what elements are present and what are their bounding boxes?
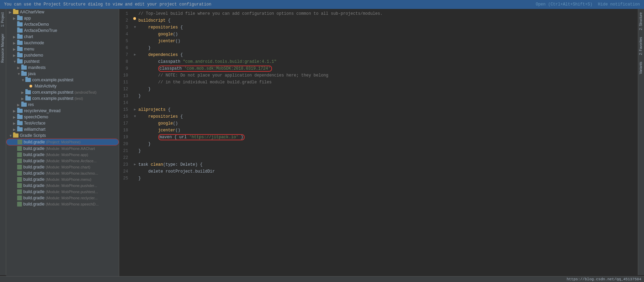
sidebar-item-label: build.gradle (Module: MobPhone.chart): [23, 165, 90, 169]
breakpoint-indicator: [133, 17, 136, 20]
folder-icon: [17, 22, 23, 26]
sidebar-item-build-gradle-pushtest[interactable]: build.gradle (Module: MobPhone.pushtest.…: [6, 189, 119, 195]
line-code: google(): [138, 31, 638, 38]
expand-arrow: ▶: [21, 97, 25, 101]
sidebar-item-build-gradle-menu[interactable]: build.gradle (Module: MobPhone.menu): [6, 176, 119, 183]
sidebar-item-label: com.example.pushtest: [32, 78, 73, 82]
sidebar-item-label: res: [28, 102, 34, 107]
sidebar-item-pushtest-test[interactable]: ▶ com.example.pushtest (test): [6, 95, 119, 102]
code-line-2: 2 buildscript {: [119, 17, 638, 24]
right-edge-tabs: 2: Structure 2: Favorites Variants: [638, 9, 644, 275]
code-content[interactable]: 1 // Top-level build file where you can …: [119, 9, 638, 276]
open-project-structure-link[interactable]: Open (Ctrl+Alt+Shift+S): [536, 2, 593, 7]
line-gutter: ▶: [132, 51, 138, 58]
code-line-23: 23 ▶ task clean(type: Delete) {: [119, 161, 638, 168]
line-code: jcenter(): [138, 38, 638, 45]
line-number: 14: [119, 99, 132, 106]
sidebar-item-speechdemo[interactable]: ▶ speechDemo: [6, 114, 119, 120]
sidebar-item-build-gradle-lauchmo[interactable]: build.gradle (Module: MobPhone.lauchmo..…: [6, 170, 119, 176]
sidebar-item-arcfacedemotrue[interactable]: ArcfaceDemoTrue: [6, 27, 119, 34]
line-number: 8: [119, 58, 132, 65]
folder-icon: [17, 35, 23, 39]
sidebar-item-manifests[interactable]: ▶ manifests: [6, 64, 119, 71]
sidebar-item-lauchmode[interactable]: ▶ lauchmode: [6, 40, 119, 46]
sidebar-item-build-gradle-reclycler[interactable]: build.gradle (Module: MobPhone.reclycler…: [6, 195, 119, 201]
project-tab[interactable]: 1: Project: [0, 9, 6, 30]
line-gutter: [132, 17, 138, 20]
expand-arrow: ▶: [13, 121, 17, 125]
folder-icon: [17, 109, 23, 113]
fold-arrow[interactable]: ▼: [134, 113, 136, 120]
fold-arrow[interactable]: ▶: [134, 51, 136, 58]
sidebar-item-res[interactable]: ▶ res: [6, 102, 119, 108]
expand-arrow: ▶: [13, 41, 17, 45]
sidebar-item-label: pushdemo: [24, 53, 43, 58]
hide-notification-link[interactable]: Hide notification: [598, 2, 640, 7]
line-gutter: ▶: [132, 106, 138, 113]
folder-icon: [17, 53, 23, 57]
sidebar-item-pushtest-androidtest[interactable]: ▶ com.example.pushtest (androidTest): [6, 89, 119, 95]
sidebar-item-build-gradle-project[interactable]: build.gradle (Project: MobPhone): [6, 139, 119, 145]
line-code: delete rootProject.buildDir: [138, 168, 638, 175]
fold-arrow[interactable]: ▶: [134, 106, 136, 113]
favorites-tab[interactable]: 2: Favorites: [638, 34, 644, 58]
line-number: 21: [119, 148, 132, 154]
sidebar-item-com-example-pushtest[interactable]: ▼ com.example.pushtest: [6, 77, 119, 83]
line-code: buildscript {: [138, 17, 638, 24]
code-line-3: 3 ▼ repositories {: [119, 24, 638, 31]
sidebar-item-mainactivity[interactable]: MainActivity: [6, 83, 119, 89]
sidebar-item-pushtest[interactable]: ▼ pushtest: [6, 58, 119, 64]
expand-arrow: ▶: [13, 115, 17, 119]
fold-arrow[interactable]: ▼: [134, 24, 136, 31]
sidebar-item-williamchart[interactable]: ▶ williamchart: [6, 126, 119, 132]
sidebar-item-chart[interactable]: ▶ chart: [6, 34, 119, 40]
status-bar: https://blog.csdn.net/qq_45137584: [0, 276, 644, 282]
code-line-21: 21 }: [119, 148, 638, 154]
line-code: [138, 154, 638, 161]
sidebar-item-build-gradle-app[interactable]: build.gradle (Module: MobPhone.app): [6, 152, 119, 158]
sidebar-item-menu[interactable]: ▶ menu: [6, 46, 119, 52]
structure-tab[interactable]: 2: Structure: [638, 9, 644, 34]
status-url: https://blog.csdn.net/qq_45137584: [567, 277, 641, 281]
line-number: 13: [119, 93, 132, 99]
folder-icon: [17, 121, 23, 125]
sidebar-item-label: build.gradle (Module: MobPhone.Arcface..…: [23, 158, 97, 163]
fold-arrow[interactable]: ▶: [134, 161, 136, 168]
sidebar-item-arcfacedemo[interactable]: ArcfaceDemo: [6, 21, 119, 27]
line-code: }: [138, 45, 638, 51]
sidebar-item-build-gradle-arcface[interactable]: build.gradle (Module: MobPhone.Arcface..…: [6, 158, 119, 164]
sidebar-item-build-gradle-aachart[interactable]: build.gradle (Module: MobPhone.AAChart: [6, 145, 119, 152]
line-code: repositories {: [138, 113, 638, 120]
variants-tab[interactable]: Variants: [638, 58, 644, 78]
gradle-icon: [17, 152, 22, 157]
sidebar-item-app[interactable]: ▶ app: [6, 15, 119, 21]
sidebar-item-build-gradle-chart[interactable]: build.gradle (Module: MobPhone.chart): [6, 164, 119, 170]
sidebar-item-gradle-scripts[interactable]: ▼ Gradle Scripts: [6, 132, 119, 139]
sidebar-item-pushdemo[interactable]: ▶ pushdemo: [6, 52, 119, 58]
folder-icon: [17, 47, 23, 51]
line-code: }: [138, 141, 638, 148]
sidebar-item-java[interactable]: ▼ java: [6, 71, 119, 77]
expand-arrow: ▶: [13, 47, 17, 51]
code-line-15: 15 ▶ allprojects {: [119, 106, 638, 113]
sidebar-item-recyclerview[interactable]: ▶ recyclerview_thread: [6, 108, 119, 114]
code-line-4: 4 google(): [119, 31, 638, 38]
expand-arrow: ▶: [13, 16, 17, 20]
code-line-13: 13 }: [119, 93, 638, 99]
folder-icon: [21, 103, 27, 107]
resource-manager-tab[interactable]: Resource Manager: [0, 30, 6, 66]
line-code: maven { url 'https://jitpack.io' }: [138, 134, 638, 141]
folder-icon: [17, 16, 23, 20]
sidebar-item-label: build.gradle (Module: MobPhone.pushder..…: [23, 183, 97, 188]
left-edge-tabs: 1: Project Resource Manager: [0, 9, 6, 275]
line-number: 18: [119, 127, 132, 134]
sidebar-item-build-gradle-speechd[interactable]: build.gradle (Module: MobPhone.speechD..…: [6, 201, 119, 207]
red-highlight: maven { url 'https://jitpack.io' }: [158, 134, 245, 140]
sidebar-item-build-gradle-pushder[interactable]: build.gradle (Module: MobPhone.pushder..…: [6, 183, 119, 189]
sidebar-item-aachartview[interactable]: ▶ AAChartView: [6, 9, 119, 15]
code-line-9: 9 classpath 'com.mob.sdk:MobSDK:2018.031…: [119, 65, 638, 72]
expand-arrow: ▼: [9, 134, 13, 138]
folder-icon: [21, 66, 27, 70]
sidebar-item-testarcface[interactable]: ▶ TestArcface: [6, 120, 119, 126]
line-code: classpath 'com.mob.sdk:MobSDK:2018.0319.…: [138, 65, 638, 72]
